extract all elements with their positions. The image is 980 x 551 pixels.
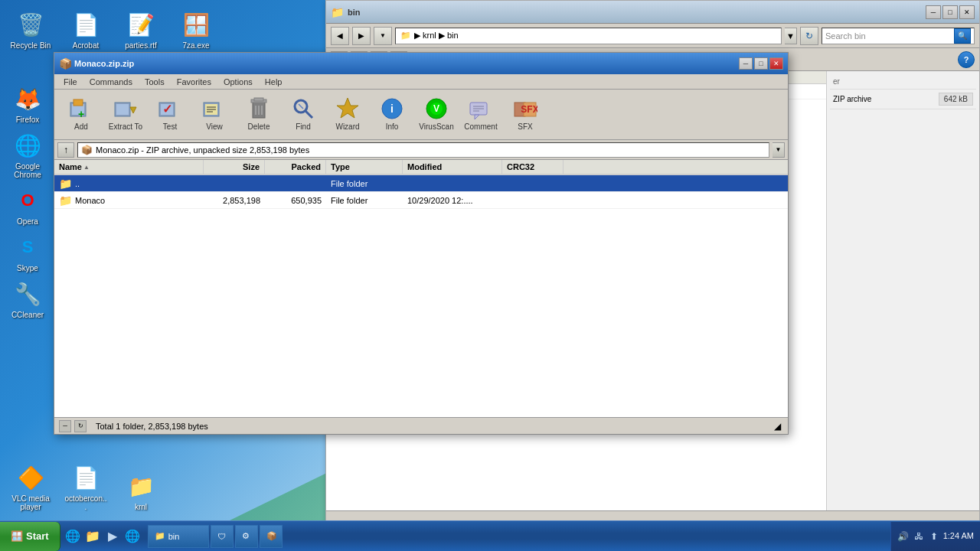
refresh-button[interactable]: ↻ (800, 27, 818, 45)
toolbar-view[interactable]: View (194, 93, 235, 137)
desktop-icon-ccleaner[interactable]: 🔧 CCleaner (3, 276, 52, 322)
desktop-icon-parties[interactable]: 📝 parties.rtf (116, 6, 165, 53)
svg-rect-2 (74, 99, 83, 106)
toolbar-test[interactable]: ✓ Test (149, 93, 191, 137)
toolbar-wizard[interactable]: Wizard (327, 93, 368, 137)
resize-handle[interactable]: ◢ (771, 420, 783, 432)
toolbar-delete[interactable]: Delete (238, 93, 279, 137)
col-crc-header[interactable]: CRC32 (502, 160, 564, 174)
path-dropdown-btn[interactable]: ▼ (773, 142, 785, 158)
toolbar-comment[interactable]: Comment (460, 93, 501, 137)
toolbar-find[interactable]: Find (283, 93, 324, 137)
quick-ie-icon[interactable]: 🌐 (64, 527, 82, 546)
taskbar-settings-item[interactable]: ⚙ (235, 525, 258, 548)
menu-options[interactable]: Options (217, 76, 259, 88)
chrome-icon: 🌐 (12, 130, 43, 161)
info-icon: i (380, 96, 404, 121)
search-button[interactable]: 🔍 (954, 28, 971, 44)
menu-help[interactable]: Help (259, 76, 289, 88)
firefox-icon: 🦊 (12, 83, 43, 114)
taskbar-security-item[interactable]: 🛡 (211, 525, 234, 548)
desktop-icon-firefox[interactable]: 🦊 Firefox (3, 80, 52, 127)
quick-browser2-icon[interactable]: 🌐 (123, 527, 142, 546)
test-icon: ✓ (158, 96, 182, 121)
back-button[interactable]: ◀ (331, 27, 349, 45)
start-button[interactable]: 🪟 Start (0, 522, 60, 551)
toolbar-sfx[interactable]: SFX SFX (505, 93, 546, 137)
col-packed-header[interactable]: Packed (265, 160, 326, 174)
find-icon (291, 96, 315, 121)
winrar-close-btn[interactable]: ✕ (769, 57, 783, 70)
vlc-icon: 🔶 (15, 462, 46, 493)
path-up-btn[interactable]: ↑ (57, 142, 74, 158)
desktop-icon-acrobat[interactable]: 📄 Acrobat (61, 6, 110, 53)
desktop-icon-krnl[interactable]: 📁 krnl (116, 468, 165, 514)
col-modified-header[interactable]: Modified (403, 160, 502, 174)
help-button[interactable]: ? (958, 51, 975, 68)
address-bar[interactable]: 📁 ▶ krnl ▶ bin (395, 28, 782, 44)
winrar-filelist: Name ▲ Size Packed Type Modified CRC32 📁 (54, 160, 788, 417)
desktop-icon-opera[interactable]: O Opera (3, 182, 52, 229)
winrar-minimize-btn[interactable]: ─ (739, 57, 753, 70)
desktop-icon-vlc[interactable]: 🔶 VLC media player (6, 459, 55, 514)
explorer-maximize-btn[interactable]: □ (942, 5, 958, 19)
tray-speaker-icon[interactable]: 🔊 (897, 530, 910, 543)
quick-folder-icon[interactable]: 📁 (83, 527, 102, 546)
file-row-parent[interactable]: 📁 .. File folder (54, 175, 788, 192)
file-modified-monaco: 10/29/2020 12:.... (403, 194, 502, 207)
explorer-close-btn[interactable]: ✕ (959, 5, 975, 19)
krnl-label: krnl (135, 503, 147, 511)
dropdown-button[interactable]: ▼ (374, 27, 392, 45)
menu-tools[interactable]: Tools (139, 76, 171, 88)
winrar-statusbar: ─ ↻ Total 1 folder, 2,853,198 bytes ◢ (54, 417, 788, 434)
desktop-icon-chrome[interactable]: 🌐 Google Chrome (3, 127, 52, 182)
toolbar-info[interactable]: i Info (371, 93, 413, 137)
col-name-header[interactable]: Name ▲ (54, 160, 204, 174)
system-tray: 🔊 🖧 ⬆ 1:24 AM (890, 522, 980, 551)
col-type-header[interactable]: Type (326, 160, 403, 174)
taskbar-settings-icon: ⚙ (242, 531, 250, 541)
taskbar-winrar-item[interactable]: 📦 (260, 525, 283, 548)
search-input[interactable] (825, 31, 951, 41)
desktop-icon-skype[interactable]: S Skype (3, 229, 52, 276)
file-crc-monaco (502, 199, 564, 202)
quick-media-icon[interactable]: ▶ (103, 527, 122, 546)
col-size-header[interactable]: Size (204, 160, 265, 174)
statusbar-next-btn[interactable]: ↻ (74, 420, 87, 432)
opera-label: Opera (17, 217, 38, 226)
toolbar-extract-to[interactable]: Extract To (105, 93, 146, 137)
taskbar-explorer-item[interactable]: 📁 bin (148, 525, 209, 548)
statusbar-prev-btn[interactable]: ─ (59, 420, 71, 432)
acrobat-label: Acrobat (73, 41, 99, 50)
winrar-maximize-btn[interactable]: □ (754, 57, 768, 70)
info-label: Info (386, 122, 399, 131)
explorer-title: bin (348, 8, 926, 17)
path-text: Monaco.zip - ZIP archive, unpacked size … (96, 145, 309, 155)
parties-label: parties.rtf (125, 41, 157, 50)
explorer-minimize-btn[interactable]: ─ (926, 5, 941, 19)
menu-file[interactable]: File (57, 76, 83, 88)
skype-label: Skype (17, 264, 38, 272)
svg-marker-33 (475, 115, 479, 119)
delete-label: Delete (248, 122, 270, 131)
7za-label: 7za.exe (182, 41, 209, 50)
chrome-label: Google Chrome (6, 162, 49, 179)
desktop-icon-recycle[interactable]: 🗑️ Recycle Bin (6, 6, 55, 53)
file-packed-monaco: 650,935 (265, 194, 326, 207)
tray-upload-icon[interactable]: ⬆ (928, 530, 940, 543)
address-dropdown-btn[interactable]: ▼ (785, 28, 797, 44)
desktop-icon-7za[interactable]: 🪟 7za.exe (172, 6, 220, 53)
right-panel-type-row: ZIP archive 642 kB (830, 90, 976, 109)
forward-button[interactable]: ▶ (352, 27, 371, 45)
start-icon: 🪟 (11, 530, 23, 542)
menu-commands[interactable]: Commands (83, 76, 139, 88)
file-size-monaco: 2,853,198 (204, 194, 265, 207)
file-row-monaco[interactable]: 📁 Monaco 2,853,198 650,935 File folder 1… (54, 192, 788, 209)
parent-folder-icon: 📁 (59, 178, 72, 190)
desktop-icon-october[interactable]: 📄 octobercon... (61, 459, 110, 514)
quick-launch: 🌐 📁 ▶ 🌐 (60, 527, 145, 546)
tray-network-icon[interactable]: 🖧 (913, 530, 925, 543)
toolbar-add[interactable]: + Add (60, 93, 102, 137)
toolbar-virusscan[interactable]: V VirusScan (416, 93, 457, 137)
menu-favorites[interactable]: Favorites (171, 76, 217, 88)
